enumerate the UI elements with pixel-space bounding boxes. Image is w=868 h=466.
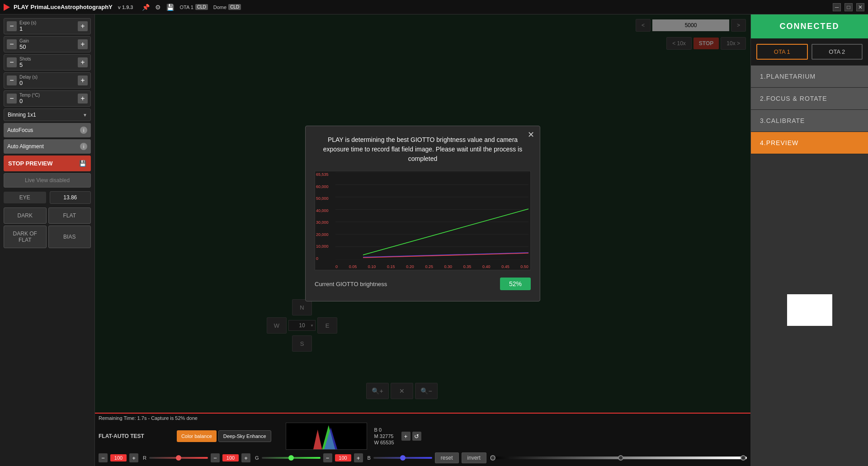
bmw-controls: + ↺ — [401, 432, 421, 441]
reset-button[interactable]: reset — [435, 452, 459, 463]
gray-thumb-left[interactable] — [490, 455, 495, 461]
r-value: 100 — [110, 454, 127, 461]
menu-calibrate[interactable]: 3.CALIBRATE — [751, 110, 868, 132]
g-decrease-button[interactable]: − — [211, 453, 220, 462]
auto-alignment-button[interactable]: Auto Alignment i — [4, 139, 91, 154]
flat-button[interactable]: FLAT — [48, 207, 91, 224]
settings-icon[interactable]: ⚙ — [155, 4, 161, 11]
gray-thumb-right[interactable] — [741, 455, 746, 461]
gray-thumb-mid[interactable] — [618, 455, 623, 461]
r-thumb[interactable] — [176, 455, 181, 461]
expo-control: − Expo (s) 1 + — [4, 18, 91, 34]
dome-badge: Dome CLD — [213, 4, 241, 10]
delay-increase-button[interactable]: + — [78, 75, 88, 85]
main-layout: − Expo (s) 1 + − Gain 50 + − Shots 5 + − — [0, 14, 868, 466]
close-button[interactable]: ✕ — [856, 3, 864, 11]
b-decrease-button[interactable]: − — [323, 453, 332, 462]
autofocus-button[interactable]: AutoFocus i — [4, 123, 91, 137]
play-label: PLAY — [14, 4, 28, 10]
b-increase-button[interactable]: + — [354, 453, 363, 462]
deep-sky-button[interactable]: Deep-Sky Enhance — [218, 430, 271, 442]
menu-focus-rotate[interactable]: 2.FOCUS & ROTATE — [751, 88, 868, 109]
gray-slider[interactable] — [489, 457, 747, 459]
ota1-tab[interactable]: OTA 1 — [756, 44, 808, 60]
chart-y-label-5: 30,000 — [316, 220, 334, 225]
bottom-controls: Remaining Time: 1.7s - Capture is 52% do… — [95, 413, 750, 466]
dark-of-flat-button[interactable]: DARK OF FLAT — [4, 226, 47, 248]
g-thumb[interactable] — [288, 455, 294, 461]
temp-value: 0 — [19, 98, 75, 104]
b-thumb[interactable] — [400, 455, 406, 461]
temp-increase-button[interactable]: + — [78, 94, 88, 104]
ota1-badge: OTA 1 CLD — [179, 4, 208, 10]
menu-preview[interactable]: 4.PREVIEW — [751, 132, 868, 154]
g-value: 100 — [222, 454, 239, 461]
gain-value: 50 — [19, 43, 75, 50]
expo-decrease-button[interactable]: − — [7, 21, 17, 31]
bmw-refresh-button[interactable]: ↺ — [412, 432, 421, 441]
shots-decrease-button[interactable]: − — [7, 57, 17, 67]
status-row: Remaining Time: 1.7s - Capture is 52% do… — [99, 415, 747, 421]
invert-button[interactable]: invert — [462, 452, 486, 463]
g-increase-button[interactable]: + — [241, 453, 250, 462]
version-label: v 1.9.3 — [118, 5, 133, 10]
expo-increase-button[interactable]: + — [78, 21, 88, 31]
minimize-button[interactable]: ─ — [833, 3, 841, 11]
chart-x-030: 0.30 — [444, 264, 453, 269]
shots-inner: Shots 5 — [19, 56, 75, 68]
expo-value: 1 — [19, 25, 75, 32]
stop-preview-label: STOP PREVIEW — [8, 160, 53, 167]
chart-y-label-2: 60,000 — [316, 184, 334, 189]
brightness-label: Current GIOTTO brightness — [315, 281, 387, 287]
view-area: N W 10 1 5 100 E S < — [95, 14, 750, 413]
shots-label: Shots — [19, 56, 75, 61]
temp-inner: Temp (°C) 0 — [19, 93, 75, 104]
color-balance-button[interactable]: Color balance — [177, 430, 217, 442]
auto-alignment-info-icon[interactable]: i — [80, 143, 87, 150]
maximize-button[interactable]: □ — [844, 3, 853, 11]
gain-increase-button[interactable]: + — [78, 39, 88, 49]
bmw-decrease-button[interactable]: + — [401, 432, 410, 441]
b-slider[interactable] — [373, 457, 432, 459]
pin-icon[interactable]: 📌 — [142, 4, 150, 11]
chart-y-label-1: 65,535 — [316, 172, 334, 177]
gain-inner: Gain 50 — [19, 38, 75, 50]
r-slider[interactable] — [149, 457, 208, 459]
ota2-tab[interactable]: OTA 2 — [811, 44, 863, 60]
menu-items: 1.PLANETARIUM 2.FOCUS & ROTATE 3.CALIBRA… — [751, 65, 868, 154]
gain-decrease-button[interactable]: − — [7, 39, 17, 49]
temp-decrease-button[interactable]: − — [7, 94, 17, 104]
preview-thumbnail — [787, 294, 832, 326]
ota1-label: OTA 1 — [179, 5, 193, 10]
autofocus-info-icon[interactable]: i — [80, 127, 87, 134]
brightness-value: 52% — [500, 278, 531, 290]
delay-inner: Delay (s) 0 — [19, 75, 75, 86]
delay-decrease-button[interactable]: − — [7, 75, 17, 85]
binning-select[interactable]: Binning 1x1 Binning 2x2 Binning 3x3 — [4, 108, 91, 121]
r-decrease-button[interactable]: − — [99, 453, 108, 462]
center-area: N W 10 1 5 100 E S < — [95, 14, 750, 466]
modal-close-button[interactable]: ✕ — [528, 130, 534, 140]
binning-wrap: Binning 1x1 Binning 2x2 Binning 3x3 — [4, 108, 91, 121]
delay-control: − Delay (s) 0 + — [4, 72, 91, 89]
bottom-controls-row: FLAT-AUTO TEST Color balance Deep-Sky En… — [99, 423, 747, 450]
remaining-time: Remaining Time: 1.7s - Capture is 52% do… — [99, 415, 198, 421]
r-increase-button[interactable]: + — [129, 453, 138, 462]
preview-image-area — [751, 154, 868, 466]
g-slider[interactable] — [262, 457, 321, 459]
menu-planetarium[interactable]: 1.PLANETARIUM — [751, 66, 868, 87]
rgb-sliders-row: − 100 + R − 100 + G − 100 + B — [99, 450, 747, 464]
left-panel: − Expo (s) 1 + − Gain 50 + − Shots 5 + − — [0, 14, 95, 466]
dark-button[interactable]: DARK — [4, 207, 47, 224]
connected-badge: CONNECTED — [751, 14, 868, 38]
shots-increase-button[interactable]: + — [78, 57, 88, 67]
chart-y-label-4: 40,000 — [316, 208, 334, 213]
save-icon[interactable]: 💾 — [166, 4, 174, 11]
histogram-area — [286, 423, 367, 450]
stop-preview-button[interactable]: STOP PREVIEW 💾 — [4, 155, 91, 171]
chart-y-label-7: 10,000 — [316, 244, 334, 249]
g-label: G — [255, 455, 259, 461]
b-label: B — [368, 455, 371, 461]
bias-button[interactable]: BIAS — [48, 226, 91, 248]
dome-cld: CLD — [228, 4, 241, 10]
